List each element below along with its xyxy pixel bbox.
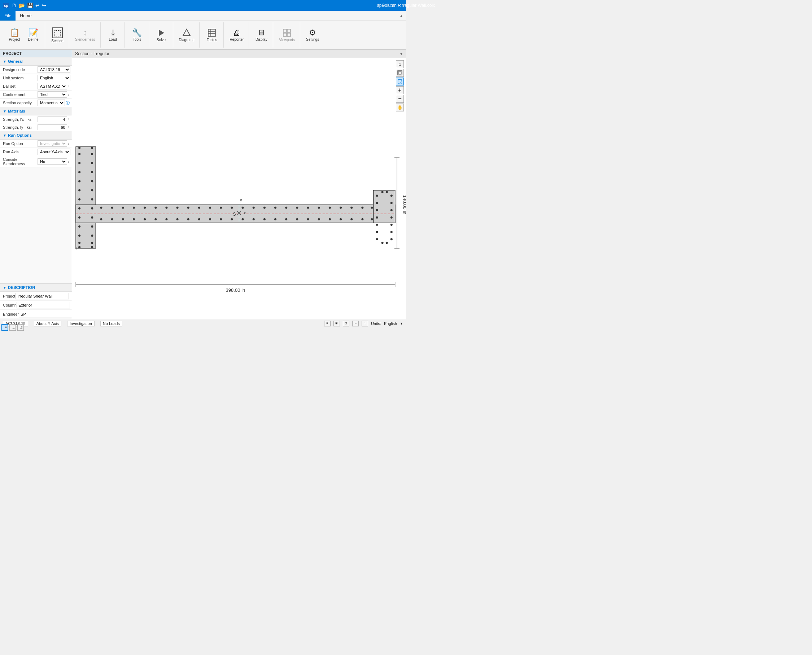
status-btn-2[interactable]: ⊞ — [333, 321, 340, 326]
project-label: Project — [9, 37, 20, 42]
canvas-tool-zoom-out[interactable]: − — [396, 95, 404, 103]
ribbon-btn-tools[interactable]: 🔧 Tools — [128, 28, 146, 43]
section-capacity-select[interactable]: Moment capacity — [37, 100, 65, 106]
design-code-select[interactable]: ACI 318-19 — [37, 66, 70, 73]
canvas-tool-home[interactable]: ⌂ — [396, 60, 404, 68]
ribbon-btn-display[interactable]: 🖥 Display — [253, 28, 270, 43]
ribbon-btn-slenderness[interactable]: ↕ Slenderness — [73, 28, 97, 43]
svg-point-61 — [220, 207, 222, 209]
ribbon: 📋 Project 📝 Define ⬚ Section ↕ Slenderne… — [0, 21, 406, 50]
ribbon-btn-reporter[interactable]: 🖨 Reporter — [227, 28, 246, 43]
status-bar: ACI 318-19 About Y-Axis Investigation No… — [0, 319, 406, 328]
run-option-arrow[interactable]: › — [67, 142, 70, 146]
tables-label: Tables — [207, 38, 217, 42]
ribbon-btn-load[interactable]: ⤓ Load — [104, 28, 122, 43]
svg-point-43 — [91, 225, 93, 228]
desc-row-engineer: Engineer SP — [0, 310, 72, 319]
project-field[interactable]: Irregular Shear Wall — [15, 293, 69, 299]
status-units-dropdown[interactable]: ▼ — [400, 322, 403, 325]
ribbon-collapse-arrow[interactable]: ▲ — [399, 14, 403, 18]
fy-input[interactable] — [37, 125, 67, 130]
status-btn-1[interactable]: ≡ — [324, 321, 331, 326]
fc-input[interactable] — [37, 117, 67, 122]
bar-set-arrow[interactable]: › — [67, 85, 70, 88]
engineer-field[interactable]: SP — [19, 311, 72, 317]
svg-point-90 — [253, 218, 255, 220]
canvas-dropdown-arrow[interactable]: ▼ — [399, 52, 403, 56]
ribbon-btn-section[interactable]: ⬚ Section — [49, 26, 66, 45]
confinement-arrow[interactable]: › — [67, 93, 70, 97]
svg-point-111 — [390, 209, 393, 211]
unit-system-select[interactable]: English — [37, 75, 70, 81]
status-btn-4[interactable]: ↔ — [352, 321, 359, 326]
svg-marker-0 — [159, 29, 164, 36]
menu-file[interactable]: File — [0, 11, 15, 20]
consider-slenderness-arrow[interactable]: › — [67, 160, 70, 164]
column-field[interactable]: Exterior — [17, 302, 70, 308]
status-units-value: English — [384, 321, 397, 326]
status-loads[interactable]: No Loads — [100, 321, 122, 326]
canvas-content[interactable]: 398.00 in 140.00 in — [72, 58, 406, 319]
section-general-header[interactable]: ▼ General — [0, 57, 72, 66]
svg-rect-19 — [76, 147, 96, 249]
svg-point-100 — [361, 218, 364, 220]
svg-point-60 — [209, 207, 211, 209]
section-icon: ⬚ — [52, 28, 63, 38]
quick-access-open[interactable]: 📂 — [19, 3, 25, 8]
section-capacity-info-icon[interactable]: ⓘ — [65, 100, 70, 106]
ribbon-btn-solve[interactable]: Solve — [153, 27, 170, 43]
ribbon-group-items-solve: Solve — [153, 22, 170, 48]
run-axis-select[interactable]: About Y-Axis — [37, 149, 70, 155]
solve-icon — [157, 29, 166, 37]
ribbon-btn-tables[interactable]: Tables — [203, 27, 220, 43]
quick-access-undo[interactable]: ↩ — [35, 3, 40, 8]
confinement-label: Confinement — [0, 91, 36, 98]
quick-access-redo[interactable]: ↪ — [42, 3, 46, 8]
svg-point-110 — [390, 202, 393, 204]
section-description-header[interactable]: ▼ DESCRIPTION — [0, 283, 72, 292]
svg-text:x: x — [244, 211, 246, 215]
section-run-options-header[interactable]: ▼ Run Options — [0, 131, 72, 140]
menu-home[interactable]: Home — [15, 11, 36, 20]
load-label: Load — [109, 37, 117, 42]
status-run-option[interactable]: Investigation — [67, 321, 94, 326]
ribbon-group-items-diagrams: Diagrams — [177, 22, 197, 48]
status-run-axis[interactable]: About Y-Axis — [34, 321, 62, 326]
consider-slenderness-select[interactable]: No — [37, 158, 67, 165]
svg-point-73 — [350, 207, 353, 209]
canvas-tool-zoom-rect[interactable] — [396, 78, 404, 86]
status-right: ≡ ⊞ ⊡ ↔ ↕ Units: English ▼ — [324, 321, 403, 326]
prop-row-confinement: Confinement Tied › — [0, 91, 72, 99]
status-btn-3[interactable]: ⊡ — [343, 321, 349, 326]
svg-point-54 — [143, 207, 146, 209]
design-code-value: ACI 318-19 — [36, 66, 72, 74]
canvas-tool-pan[interactable]: ✋ — [396, 103, 404, 111]
ribbon-btn-settings[interactable]: ⚙ Settings — [304, 28, 321, 43]
ribbon-group-viewports: Viewports — [274, 22, 300, 48]
canvas-tool-zoom-fit[interactable] — [396, 69, 404, 77]
canvas-tool-zoom-in[interactable]: + — [396, 86, 404, 94]
ribbon-btn-viewports[interactable]: Viewports — [277, 27, 297, 43]
run-option-select[interactable]: Investigation — [37, 140, 67, 147]
section-materials-header[interactable]: ▼ Materials — [0, 107, 72, 115]
ribbon-btn-diagrams[interactable]: Diagrams — [177, 27, 197, 43]
confinement-select[interactable]: Tied — [37, 91, 67, 98]
svg-text:398.00 in: 398.00 in — [226, 288, 245, 293]
svg-point-65 — [263, 207, 266, 209]
ribbon-btn-project[interactable]: 📋 Project — [6, 28, 23, 43]
fc-value: › — [36, 116, 72, 123]
fy-arrow[interactable]: › — [67, 125, 70, 129]
svg-point-99 — [350, 218, 353, 220]
viewports-icon — [283, 29, 291, 37]
status-btn-5[interactable]: ↕ — [362, 321, 368, 326]
svg-point-96 — [318, 218, 320, 220]
svg-point-56 — [165, 207, 168, 209]
svg-point-38 — [91, 180, 93, 182]
svg-point-112 — [390, 217, 393, 218]
ribbon-btn-define[interactable]: 📝 Define — [25, 28, 42, 43]
quick-access-save[interactable]: 💾 — [27, 3, 33, 8]
quick-access-new[interactable]: 🗋 — [12, 3, 17, 8]
bar-set-select[interactable]: ASTM A615 — [37, 83, 67, 89]
desc-row-column: Column Exterior — [0, 301, 72, 310]
fc-arrow[interactable]: › — [67, 117, 70, 121]
